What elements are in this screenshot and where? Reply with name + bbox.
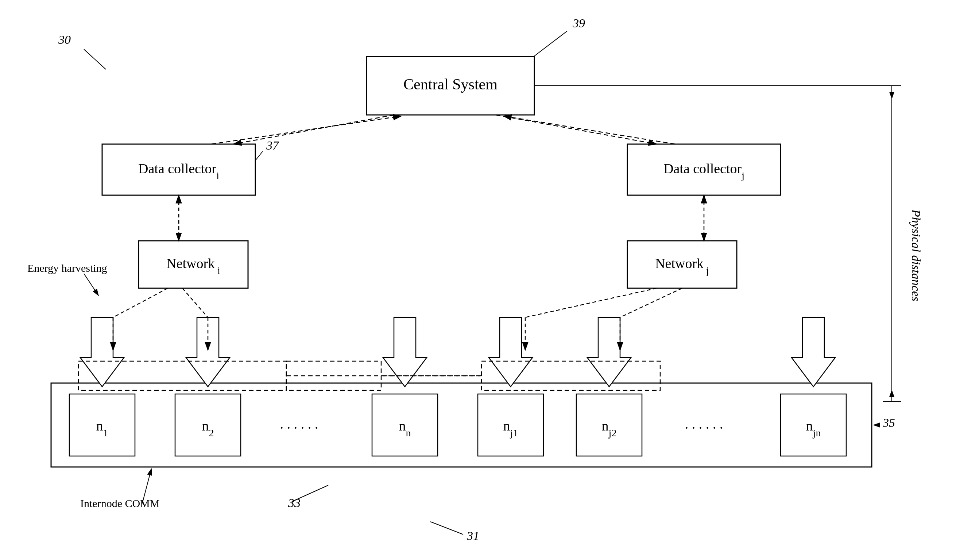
diagram: 30 39 Central System Physical distances … <box>0 0 956 560</box>
node-nj1-box <box>478 394 544 456</box>
svg-line-14 <box>255 151 263 160</box>
ref37-label: 37 <box>266 138 279 152</box>
dots1-label: · · · · · · <box>280 420 318 435</box>
svg-line-15 <box>233 115 394 144</box>
ref35-label: 35 <box>882 416 895 429</box>
ref30-label: 30 <box>58 33 71 46</box>
svg-line-31 <box>84 274 99 296</box>
svg-line-16 <box>212 116 401 144</box>
svg-line-34 <box>431 522 463 535</box>
central-system-label: Central System <box>403 76 497 93</box>
svg-line-18 <box>503 116 675 144</box>
energy-arrow-njn <box>791 318 835 387</box>
svg-line-22 <box>113 288 168 318</box>
svg-line-24 <box>182 288 208 318</box>
diagram-svg: 30 39 Central System Physical distances … <box>0 0 956 560</box>
energy-arrow-nj1 <box>489 318 533 387</box>
svg-line-6 <box>84 49 106 69</box>
ref39-label: 39 <box>572 16 585 30</box>
svg-line-26 <box>525 288 657 318</box>
energy-arrow-n1 <box>80 318 124 387</box>
ref31-label: 31 <box>467 529 479 543</box>
node-njn-box <box>781 394 846 456</box>
energy-arrow-n2 <box>186 318 230 387</box>
dots2-label: · · · · · · <box>685 420 723 435</box>
ground-layer-box <box>51 383 872 467</box>
internode-comm-label: Internode COMM <box>80 497 159 509</box>
physical-distances-label: Physical distances <box>909 209 923 301</box>
svg-line-17 <box>496 115 657 144</box>
energy-arrow-nn <box>383 318 427 387</box>
node-nj2-box <box>576 394 642 456</box>
svg-line-7 <box>529 31 567 60</box>
energy-arrow-nj2 <box>587 318 631 387</box>
svg-line-33 <box>292 485 328 502</box>
svg-line-28 <box>620 288 682 318</box>
energy-harvesting-label: Energy harvesting <box>27 262 107 274</box>
